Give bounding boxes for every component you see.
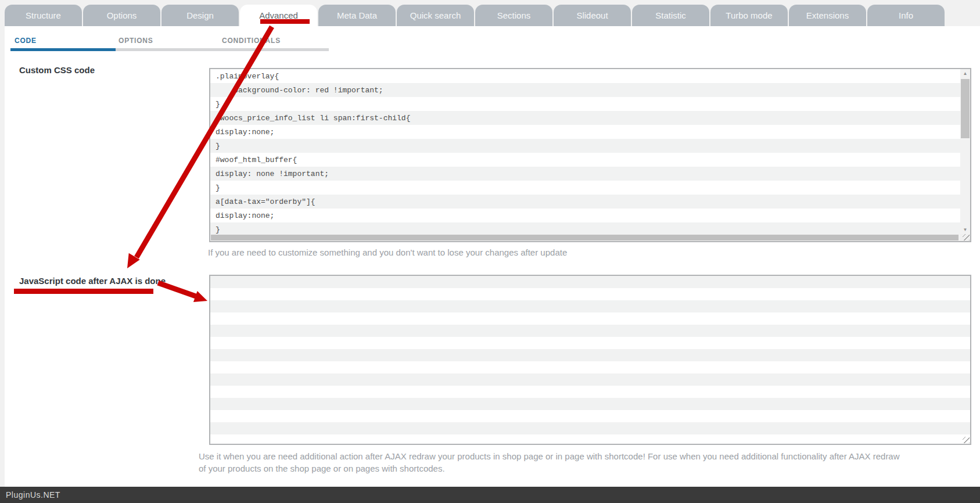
horizontal-scrollbar-thumb[interactable] <box>211 235 959 240</box>
tab-advanced[interactable]: Advanced <box>240 5 317 26</box>
css-code-line: } <box>216 98 960 112</box>
resize-grip-icon[interactable] <box>963 437 970 443</box>
resize-grip-icon[interactable] <box>963 234 970 240</box>
js-after-ajax-textarea[interactable] <box>209 275 971 445</box>
tab-design[interactable]: Design <box>161 5 239 26</box>
tab-bar: StructureOptionsDesignAdvancedMeta DataQ… <box>5 5 946 26</box>
subtab-conditionals[interactable]: CONDITIONALS <box>222 37 281 45</box>
js-after-ajax-label: JavaScript code after AJAX is done <box>19 276 166 286</box>
tab-meta-data[interactable]: Meta Data <box>318 5 396 26</box>
css-code-line: .woocs_price_info_list li span:first-chi… <box>216 112 960 125</box>
scrollbar-corner <box>960 234 970 241</box>
tab-extensions[interactable]: Extensions <box>789 5 866 26</box>
subtab-track-underline <box>116 48 329 51</box>
vertical-scrollbar-thumb[interactable] <box>961 79 970 138</box>
watermark-label: PluginUs.NET <box>6 487 60 503</box>
tab-info[interactable]: Info <box>867 5 945 26</box>
tab-turbo-mode[interactable]: Turbo mode <box>710 5 788 26</box>
js-after-ajax-help: Use it when you are need additional acti… <box>199 450 904 475</box>
subtab-code[interactable]: CODE <box>15 37 37 45</box>
footer-bar: PluginUs.NET <box>0 487 980 503</box>
custom-css-label: Custom CSS code <box>19 65 95 75</box>
vertical-scrollbar[interactable]: ▲ ▼ <box>960 69 970 234</box>
css-code-line: display:none; <box>216 209 960 223</box>
css-code-line: .plainoverlay{ <box>216 70 960 84</box>
scroll-down-icon[interactable]: ▼ <box>960 225 970 234</box>
css-code-line: } <box>216 181 960 195</box>
custom-css-help: If you are need to customize something a… <box>208 246 567 258</box>
tab-structure[interactable]: Structure <box>5 5 82 26</box>
settings-page: StructureOptionsDesignAdvancedMeta DataQ… <box>0 0 980 503</box>
subtab-active-underline <box>10 48 116 51</box>
tab-statistic[interactable]: Statistic <box>632 5 709 26</box>
custom-css-textarea[interactable]: .plainoverlay{ background-color: red !im… <box>209 68 971 242</box>
scroll-up-icon[interactable]: ▲ <box>960 69 970 78</box>
css-code-line: a[data-tax="orderby"]{ <box>216 195 960 209</box>
css-code-line: display:none; <box>216 125 960 139</box>
tab-slideout[interactable]: Slideout <box>554 5 631 26</box>
css-code-line: } <box>216 139 960 153</box>
tab-sections[interactable]: Sections <box>475 5 552 26</box>
subtab-options[interactable]: OPTIONS <box>119 37 153 45</box>
css-code-line: background-color: red !important; <box>216 84 960 98</box>
horizontal-scrollbar[interactable] <box>210 234 960 241</box>
css-code-line: display: none !important; <box>216 167 960 181</box>
css-code-line: } <box>216 223 960 234</box>
tab-options[interactable]: Options <box>83 5 160 26</box>
tab-quick-search[interactable]: Quick search <box>397 5 474 26</box>
css-code-content[interactable]: .plainoverlay{ background-color: red !im… <box>210 69 960 234</box>
css-code-line: #woof_html_buffer{ <box>216 153 960 167</box>
